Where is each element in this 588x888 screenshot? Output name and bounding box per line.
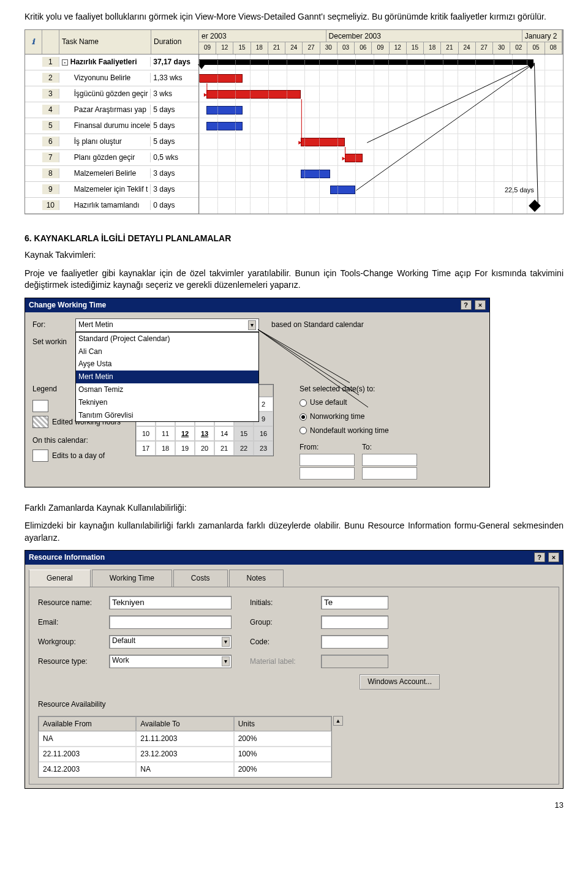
day-header: 03 (337, 42, 355, 54)
avail-cell[interactable]: 21.11.2003 (136, 731, 233, 747)
for-combo[interactable]: Mert Metin Standard (Project Calendar)Al… (75, 318, 259, 332)
row-task[interactable]: Hazırlık tamamlandı (59, 200, 151, 211)
avail-cell[interactable]: NA (136, 762, 233, 777)
email-input[interactable] (109, 615, 232, 629)
from-input-1[interactable] (300, 454, 355, 466)
close-button[interactable]: × (548, 552, 559, 562)
radio-use-default[interactable]: Use default (300, 397, 482, 408)
material-label-input (321, 655, 388, 668)
resource-type-combo[interactable]: Work (109, 655, 232, 668)
row-id: 6 (42, 137, 59, 147)
row-task[interactable]: -Hazırlık Faaliyetleri (59, 57, 151, 67)
day-header: 27 (303, 42, 320, 54)
day-header: 30 (493, 42, 510, 54)
windows-account-button[interactable]: Windows Account... (360, 674, 440, 690)
section-text: Proje ve faaliyetler gibi kaynaklar için… (24, 268, 564, 292)
day-header: 24 (285, 42, 303, 54)
radio-nonworking[interactable]: Nonworking time (300, 412, 482, 422)
row-duration: 5 days (151, 105, 198, 115)
avail-cell[interactable]: NA (39, 731, 136, 747)
to-label: To: (362, 442, 417, 453)
row-task[interactable]: Vizyonunu Belirle (59, 73, 151, 83)
col-id-header (42, 30, 59, 54)
row-task[interactable]: İş planı oluştur (59, 137, 151, 147)
row-task[interactable]: Finansal durumu incele (59, 121, 151, 131)
avail-cell[interactable]: 200% (234, 731, 331, 747)
day-header: 21 (441, 42, 458, 54)
avail-cell[interactable]: 200% (234, 762, 331, 777)
col-duration-header: Duration (151, 30, 199, 54)
availability-table[interactable]: Available FromAvailable ToUnits NA21.11.… (38, 716, 332, 778)
for-option[interactable]: Osman Temiz (76, 383, 258, 396)
radio-nondefault[interactable]: Nondefault working time (300, 426, 482, 436)
day-header: 05 (527, 42, 545, 54)
change-working-time-dialog: Change Working Time ? × For: Mert Metin … (24, 298, 490, 487)
row-id: 10 (42, 200, 59, 211)
row-id: 3 (42, 89, 59, 99)
day-header: 15 (233, 42, 251, 54)
tab-working-time[interactable]: Working Time (92, 570, 172, 587)
legend-edits-day: Edits to a day of (52, 451, 105, 461)
for-option[interactable]: Standard (Project Calendar) (76, 333, 258, 345)
help-button[interactable]: ? (534, 552, 545, 562)
resource-information-dialog: Resource Information ? × GeneralWorking … (24, 550, 564, 788)
row-id: 2 (42, 73, 59, 83)
dialog2-title: Resource Information (29, 552, 105, 563)
email-label: Email: (38, 617, 105, 628)
gantt-row (199, 102, 563, 118)
day-header: 18 (251, 42, 268, 54)
resource-name-input[interactable] (109, 596, 232, 609)
day-header: 21 (268, 42, 285, 54)
tab-costs[interactable]: Costs (173, 570, 228, 587)
to-input-1[interactable] (362, 454, 417, 466)
section-sub: Kaynak Takvimleri: (24, 249, 564, 262)
row-task[interactable]: İşgücünü gözden geçir (59, 89, 151, 99)
month-2: December 2003 (326, 30, 522, 42)
gantt-row (199, 198, 563, 214)
row-task[interactable]: Malzemeleri Belirle (59, 168, 151, 179)
section-heading: 6. KAYNAKLARLA İLGİLİ DETAYLI PLANLAMALA… (24, 233, 564, 245)
avail-cell[interactable]: 23.12.2003 (136, 747, 233, 762)
month-3: January 2 (522, 30, 562, 42)
gantt-row (199, 86, 563, 102)
tab-notes[interactable]: Notes (229, 570, 284, 587)
day-header: 02 (510, 42, 527, 54)
avail-cell[interactable]: 24.12.2003 (39, 762, 136, 777)
gantt-row (199, 118, 563, 134)
to-input-2[interactable] (362, 467, 417, 480)
close-button[interactable]: × (475, 300, 486, 310)
gantt-row (199, 166, 563, 182)
for-option[interactable]: Tanıtım Görevlisi (76, 409, 258, 422)
workgroup-label: Workgroup: (38, 637, 105, 647)
gantt-row (199, 150, 563, 166)
gantt-row (199, 70, 563, 86)
workgroup-combo[interactable]: Default (109, 635, 232, 649)
for-option[interactable]: Ali Can (76, 345, 258, 358)
row-id: 1 (42, 57, 59, 67)
initials-input[interactable] (321, 596, 388, 609)
group-input[interactable] (321, 615, 388, 629)
scroll-up-button[interactable]: ▲ (333, 716, 343, 726)
row-task[interactable]: Malzemeler için Teklif t (59, 184, 151, 195)
avail-cell[interactable]: 22.11.2003 (39, 747, 136, 762)
day-header: 15 (407, 42, 424, 54)
tab-general[interactable]: General (29, 570, 91, 587)
availability-title: Resource Availability (38, 699, 550, 710)
code-input[interactable] (321, 635, 388, 649)
help-button[interactable]: ? (461, 300, 472, 310)
row-task[interactable]: Planı gözden geçir (59, 152, 151, 163)
for-option[interactable]: Mert Metin (76, 371, 258, 383)
avail-header: Available To (136, 717, 233, 732)
row-id: 8 (42, 168, 59, 179)
for-option[interactable]: Ayşe Usta (76, 358, 258, 371)
row-id: 9 (42, 184, 59, 195)
gantt-row (199, 55, 563, 70)
month-1: er 2003 (199, 30, 326, 42)
for-option[interactable]: Tekniyen (76, 396, 258, 409)
day-header: 18 (424, 42, 441, 54)
row-task[interactable]: Pazar Araştırması yap (59, 105, 151, 115)
day-header: 09 (199, 42, 216, 54)
avail-cell[interactable]: 100% (234, 747, 331, 762)
from-input-2[interactable] (300, 467, 355, 480)
section2-text: Elimizdeki bir kaynağın kullanılabilirli… (24, 520, 564, 544)
